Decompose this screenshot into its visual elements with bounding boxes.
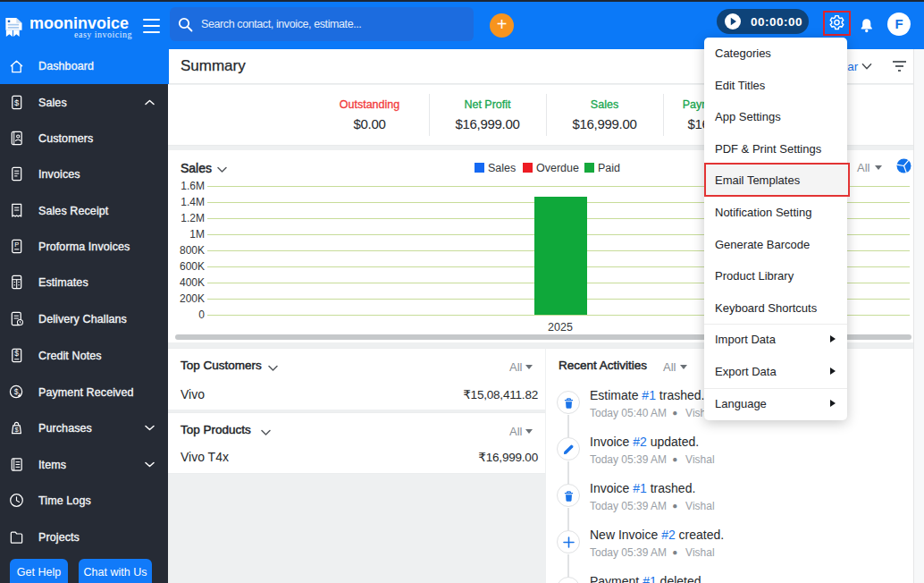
- svg-text:$: $: [14, 387, 19, 396]
- svg-text:$: $: [14, 97, 20, 107]
- svg-text:$: $: [14, 349, 19, 358]
- svg-text:P: P: [14, 241, 19, 249]
- svg-text:$: $: [14, 426, 19, 434]
